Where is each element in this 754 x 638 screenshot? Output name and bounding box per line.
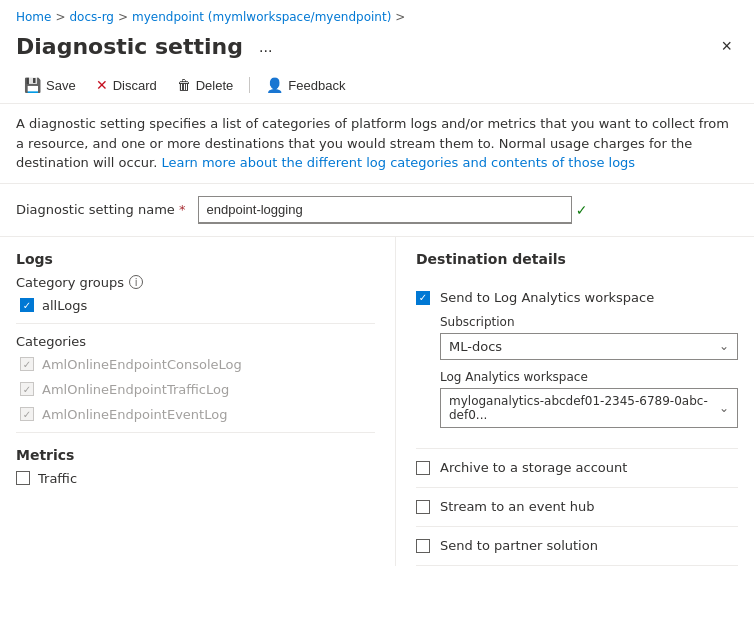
save-icon: 💾 — [24, 77, 41, 93]
feedback-label: Feedback — [288, 78, 345, 93]
page-header: Diagnostic setting ... × — [0, 30, 754, 67]
breadcrumb-myendpoint[interactable]: myendpoint (mymlworkspace/myendpoint) — [132, 10, 391, 24]
allLogs-row: allLogs — [16, 298, 375, 313]
learn-more-link[interactable]: Learn more about the different log categ… — [161, 155, 635, 170]
page-title: Diagnostic setting — [16, 34, 243, 59]
breadcrumb-home[interactable]: Home — [16, 10, 51, 24]
workspace-chevron-icon: ⌄ — [719, 401, 729, 415]
cat3-label: AmlOnlineEndpointEventLog — [42, 407, 227, 422]
event-hub-label[interactable]: Stream to an event hub — [440, 498, 595, 516]
metrics-section: Metrics Traffic — [16, 447, 375, 486]
cat1-checkbox — [20, 357, 34, 371]
partner-solution-checkbox[interactable] — [416, 539, 430, 553]
toolbar-separator — [249, 77, 250, 93]
allLogs-label[interactable]: allLogs — [42, 298, 87, 313]
cat1-label: AmlOnlineEndpointConsoleLog — [42, 357, 242, 372]
info-banner: A diagnostic setting specifies a list of… — [0, 104, 754, 184]
discard-button[interactable]: ✕ Discard — [88, 73, 165, 97]
subscription-value: ML-docs — [449, 339, 502, 354]
delete-button[interactable]: 🗑 Delete — [169, 73, 242, 97]
left-panel: Logs Category groups i allLogs Categorie… — [16, 237, 396, 567]
cat3-checkbox — [20, 407, 34, 421]
save-button[interactable]: 💾 Save — [16, 73, 84, 97]
discard-label: Discard — [113, 78, 157, 93]
feedback-icon: 👤 — [266, 77, 283, 93]
metrics-section-title: Metrics — [16, 447, 375, 463]
traffic-row: Traffic — [16, 471, 375, 486]
partner-solution-option: Send to partner solution — [416, 527, 738, 566]
log-analytics-checkbox[interactable] — [416, 291, 430, 305]
required-indicator: * — [179, 202, 186, 217]
right-panel: Destination details Send to Log Analytic… — [396, 237, 738, 567]
event-hub-option: Stream to an event hub — [416, 488, 738, 527]
workspace-dropdown[interactable]: myloganalytics-abcdef01-2345-6789-0abc-d… — [440, 388, 738, 428]
toolbar: 💾 Save ✕ Discard 🗑 Delete 👤 Feedback — [0, 67, 754, 104]
cat-item-1: AmlOnlineEndpointConsoleLog — [16, 357, 375, 372]
delete-label: Delete — [196, 78, 234, 93]
event-hub-checkbox[interactable] — [416, 500, 430, 514]
discard-icon: ✕ — [96, 77, 108, 93]
setting-name-label: Diagnostic setting name * — [16, 202, 186, 217]
log-analytics-option: Send to Log Analytics workspace Subscrip… — [416, 279, 738, 449]
categories-section: Categories AmlOnlineEndpointConsoleLog A… — [16, 334, 375, 422]
destination-title: Destination details — [416, 251, 738, 267]
save-label: Save — [46, 78, 76, 93]
logs-divider — [16, 323, 375, 324]
categories-label: Categories — [16, 334, 375, 349]
log-analytics-label[interactable]: Send to Log Analytics workspace — [440, 290, 654, 305]
traffic-checkbox[interactable] — [16, 471, 30, 485]
metrics-divider — [16, 432, 375, 433]
cat-item-3: AmlOnlineEndpointEventLog — [16, 407, 375, 422]
delete-icon: 🗑 — [177, 77, 191, 93]
feedback-button[interactable]: 👤 Feedback — [258, 73, 353, 97]
category-groups-section: Category groups i allLogs — [16, 275, 375, 313]
cat2-checkbox — [20, 382, 34, 396]
ellipsis-button[interactable]: ... — [253, 36, 278, 58]
breadcrumb-docs-rg[interactable]: docs-rg — [70, 10, 114, 24]
workspace-label: Log Analytics workspace — [440, 370, 738, 384]
setting-name-input[interactable] — [198, 196, 572, 224]
partner-solution-label[interactable]: Send to partner solution — [440, 537, 598, 555]
subscription-chevron-icon: ⌄ — [719, 339, 729, 353]
archive-storage-checkbox[interactable] — [416, 461, 430, 475]
traffic-label[interactable]: Traffic — [38, 471, 77, 486]
setting-name-row: Diagnostic setting name * ✓ — [0, 184, 754, 237]
category-groups-info-icon[interactable]: i — [129, 275, 143, 289]
allLogs-checkbox[interactable] — [20, 298, 34, 312]
logs-section-title: Logs — [16, 251, 375, 267]
close-button[interactable]: × — [715, 34, 738, 59]
category-groups-label: Category groups i — [16, 275, 375, 290]
cat-item-2: AmlOnlineEndpointTrafficLog — [16, 382, 375, 397]
breadcrumb: Home > docs-rg > myendpoint (mymlworkspa… — [0, 0, 754, 30]
valid-icon: ✓ — [576, 202, 588, 218]
log-analytics-subfields: Subscription ML-docs ⌄ Log Analytics wor… — [440, 307, 738, 428]
subscription-dropdown[interactable]: ML-docs ⌄ — [440, 333, 738, 360]
workspace-value: myloganalytics-abcdef01-2345-6789-0abc-d… — [449, 394, 719, 422]
archive-storage-label[interactable]: Archive to a storage account — [440, 459, 627, 477]
cat2-label: AmlOnlineEndpointTrafficLog — [42, 382, 229, 397]
main-content: Logs Category groups i allLogs Categorie… — [0, 237, 754, 567]
subscription-label: Subscription — [440, 315, 738, 329]
archive-storage-option: Archive to a storage account — [416, 449, 738, 488]
